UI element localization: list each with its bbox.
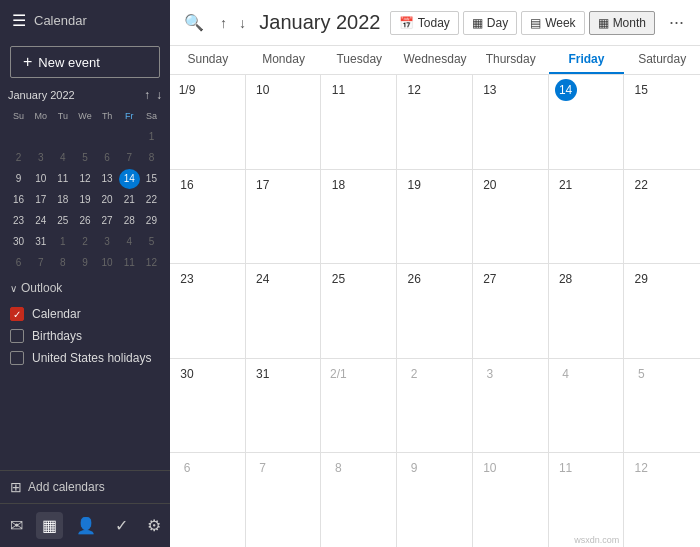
day-cell[interactable]: 27	[473, 264, 549, 358]
mini-cal-day[interactable]: 15	[141, 169, 162, 189]
day-cell[interactable]: 16	[170, 170, 246, 264]
mini-cal-day[interactable]: 3	[30, 148, 51, 168]
day-cell[interactable]: 18	[321, 170, 397, 264]
mini-cal-day[interactable]: 30	[8, 232, 29, 252]
day-cell[interactable]: 9	[397, 453, 473, 547]
day-cell[interactable]: 12	[397, 75, 473, 169]
mini-cal-day[interactable]: 17	[30, 190, 51, 210]
outlook-header[interactable]: ∨ Outlook	[10, 281, 160, 295]
mini-cal-day[interactable]: 19	[74, 190, 95, 210]
calendar-nav-icon[interactable]: ▦	[36, 512, 63, 539]
day-cell[interactable]: 10	[246, 75, 322, 169]
prev-month-button[interactable]: ↑	[216, 13, 231, 33]
day-cell[interactable]: 30	[170, 359, 246, 453]
mini-cal-day[interactable]: 2	[8, 148, 29, 168]
mini-cal-day[interactable]: 23	[8, 211, 29, 231]
day-cell[interactable]: 25	[321, 264, 397, 358]
mini-cal-day[interactable]: 7	[30, 253, 51, 273]
calendar-item-birthdays[interactable]: Birthdays	[10, 325, 160, 347]
day-cell[interactable]: 3	[473, 359, 549, 453]
mini-cal-day[interactable]: 11	[52, 169, 73, 189]
day-cell[interactable]: 6	[170, 453, 246, 547]
mini-cal-day[interactable]: 26	[74, 211, 95, 231]
mini-cal-next[interactable]: ↓	[156, 88, 162, 102]
search-icon[interactable]: 🔍	[180, 9, 208, 36]
day-cell[interactable]: 31	[246, 359, 322, 453]
mini-cal-day[interactable]: 6	[8, 253, 29, 273]
today-button[interactable]: 📅 Today	[390, 11, 459, 35]
day-cell[interactable]: 7	[246, 453, 322, 547]
day-cell[interactable]: 8	[321, 453, 397, 547]
calendar-item-us-holidays[interactable]: United States holidays	[10, 347, 160, 369]
hamburger-icon[interactable]: ☰	[12, 11, 26, 30]
mini-cal-day[interactable]	[119, 127, 140, 147]
day-cell[interactable]: 26	[397, 264, 473, 358]
mini-cal-day[interactable]	[74, 127, 95, 147]
mini-cal-day[interactable]: 9	[74, 253, 95, 273]
day-cell[interactable]: 2/1	[321, 359, 397, 453]
mini-cal-day[interactable]	[52, 127, 73, 147]
day-button[interactable]: ▦ Day	[463, 11, 517, 35]
day-cell[interactable]: 12	[624, 453, 700, 547]
calendar-item-calendar[interactable]: Calendar	[10, 303, 160, 325]
mini-cal-day[interactable]: 4	[119, 232, 140, 252]
mini-cal-day[interactable]: 25	[52, 211, 73, 231]
day-cell[interactable]: 5	[624, 359, 700, 453]
day-cell[interactable]: 2	[397, 359, 473, 453]
people-icon[interactable]: 👤	[70, 512, 102, 539]
mini-cal-day[interactable]: 8	[52, 253, 73, 273]
mini-cal-day[interactable]: 10	[97, 253, 118, 273]
day-cell[interactable]: 24	[246, 264, 322, 358]
day-cell[interactable]: 21	[549, 170, 625, 264]
day-cell[interactable]: 11 wsxdn.com	[549, 453, 625, 547]
mini-cal-day[interactable]: 21	[119, 190, 140, 210]
mini-cal-day[interactable]: 20	[97, 190, 118, 210]
add-calendars[interactable]: ⊞ Add calendars	[0, 470, 170, 503]
mini-cal-day[interactable]: 7	[119, 148, 140, 168]
mini-cal-day[interactable]: 1	[52, 232, 73, 252]
mini-cal-day[interactable]: 18	[52, 190, 73, 210]
day-cell[interactable]: 17	[246, 170, 322, 264]
mini-cal-day[interactable]: 5	[74, 148, 95, 168]
mini-cal-day[interactable]: 12	[74, 169, 95, 189]
tasks-icon[interactable]: ✓	[109, 512, 134, 539]
mini-cal-day[interactable]: 27	[97, 211, 118, 231]
mini-cal-day[interactable]: 16	[8, 190, 29, 210]
mini-cal-day[interactable]: 10	[30, 169, 51, 189]
mini-cal-day[interactable]: 8	[141, 148, 162, 168]
day-cell[interactable]: 23	[170, 264, 246, 358]
day-cell[interactable]: 1/9	[170, 75, 246, 169]
mini-cal-day[interactable]: 6	[97, 148, 118, 168]
next-month-button[interactable]: ↓	[235, 13, 250, 33]
mini-cal-day[interactable]: 2	[74, 232, 95, 252]
day-cell[interactable]: 15	[624, 75, 700, 169]
more-options-icon[interactable]: ···	[663, 10, 690, 35]
mini-cal-day[interactable]: 31	[30, 232, 51, 252]
day-cell[interactable]: 29	[624, 264, 700, 358]
new-event-button[interactable]: + New event	[10, 46, 160, 78]
mini-cal-day[interactable]: 5	[141, 232, 162, 252]
day-cell[interactable]: 13	[473, 75, 549, 169]
mini-cal-day[interactable]: 28	[119, 211, 140, 231]
mail-icon[interactable]: ✉	[4, 512, 29, 539]
mini-cal-day[interactable]	[30, 127, 51, 147]
mini-cal-day[interactable]: 24	[30, 211, 51, 231]
mini-cal-day[interactable]: 22	[141, 190, 162, 210]
mini-cal-day[interactable]	[8, 127, 29, 147]
mini-cal-day[interactable]: 11	[119, 253, 140, 273]
week-button[interactable]: ▤ Week	[521, 11, 584, 35]
day-cell[interactable]: 11	[321, 75, 397, 169]
day-cell[interactable]: 22	[624, 170, 700, 264]
mini-cal-day[interactable]: 29	[141, 211, 162, 231]
month-button[interactable]: ▦ Month	[589, 11, 655, 35]
day-cell[interactable]: 20	[473, 170, 549, 264]
birthdays-checkbox[interactable]	[10, 329, 24, 343]
day-cell[interactable]: 28	[549, 264, 625, 358]
mini-cal-day[interactable]	[97, 127, 118, 147]
day-cell[interactable]: 19	[397, 170, 473, 264]
us-holidays-checkbox[interactable]	[10, 351, 24, 365]
mini-cal-day[interactable]: 4	[52, 148, 73, 168]
mini-cal-day[interactable]: 9	[8, 169, 29, 189]
mini-cal-day[interactable]: 1	[141, 127, 162, 147]
calendar-checkbox[interactable]	[10, 307, 24, 321]
